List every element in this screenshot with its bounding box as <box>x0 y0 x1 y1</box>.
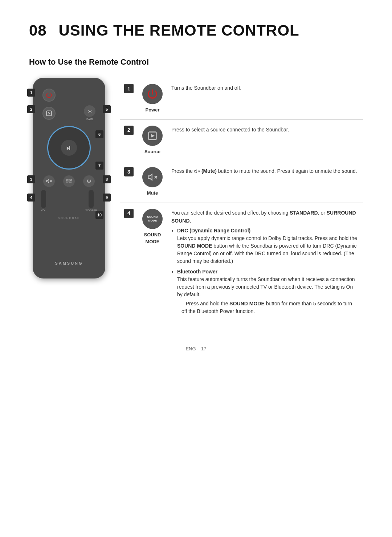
remote-badge-3: 3 <box>27 175 35 183</box>
source-label: Source <box>142 148 163 155</box>
row-desc-source: Press to select a source connected to th… <box>167 119 363 161</box>
row-icon-power: Power <box>138 78 167 120</box>
row-num-2: 2 <box>120 119 138 161</box>
remote-vol-sliders: VOL WOOFER <box>41 190 97 212</box>
remote-dpad-section: 6 7 ⏯ <box>38 123 100 172</box>
row-icon-source: Source <box>138 119 167 161</box>
table-row-soundmode: 4 SOUND MODE SOUND MODE You can select t… <box>120 203 363 324</box>
soundbar-label: SOUNDBAR <box>58 216 80 220</box>
remote-play-btn[interactable]: ⏯ <box>61 140 77 156</box>
remote-badge-7: 7 <box>95 162 103 170</box>
remote-badge-9: 9 <box>103 194 111 202</box>
soundmode-icon-circle: SOUND MODE <box>142 209 163 229</box>
reference-table-section: 1 Power Turns the Soundbar on and off. <box>120 78 363 324</box>
mute-icon-circle <box>142 167 163 187</box>
page-footer: ENG – 17 <box>29 346 363 351</box>
remote-badge-8: 8 <box>103 175 111 183</box>
remote-badge-5: 5 <box>103 105 111 113</box>
power-icon-circle <box>142 84 163 104</box>
vol-label: VOL <box>41 209 46 212</box>
svg-rect-0 <box>46 111 52 116</box>
remote-gear-btn[interactable]: ⚙ <box>83 175 95 187</box>
remote-brand: SAMSUNG <box>38 257 100 268</box>
bluetooth-sub-list: Press and hold the SOUND MODE button for… <box>177 300 359 315</box>
remote-sliders-section: 4 9 VOL WOOFER <box>38 188 100 213</box>
soundmode-label: SOUND MODE <box>142 231 163 245</box>
remote-mute-btn[interactable] <box>43 175 55 187</box>
power-label: Power <box>142 106 163 114</box>
remote-illustration: 1 2 5 <box>29 78 109 278</box>
source-icon-circle <box>142 126 163 146</box>
svg-marker-8 <box>195 170 197 173</box>
bullet-drc: DRC (Dynamic Range Control) Lets you app… <box>177 227 359 265</box>
page-title: 08 USING THE REMOTE CONTROL <box>29 22 363 39</box>
mute-label: Mute <box>142 190 163 197</box>
remote-soundmode-btn[interactable]: SOUND MODE <box>63 175 75 187</box>
row-icon-mute: Mute <box>138 161 167 203</box>
row-desc-soundmode: You can select the desired sound effect … <box>167 203 363 324</box>
remote-dpad[interactable]: ⏯ <box>47 126 91 170</box>
woofer-slider-group: WOOFER <box>86 190 97 212</box>
remote-bluetooth-btn[interactable]: ∗ PAIR <box>84 105 95 121</box>
row-num-3: 3 <box>120 161 138 203</box>
remote-badge-10: 10 <box>95 211 103 219</box>
vol-slider-track[interactable] <box>41 190 46 208</box>
table-row-source: 2 Source Press to select a source connec… <box>120 119 363 161</box>
row-desc-mute: Press the (Mute) button to mute the soun… <box>167 161 363 203</box>
reference-table: 1 Power Turns the Soundbar on and off. <box>120 78 363 324</box>
remote-power-btn[interactable] <box>42 89 56 102</box>
sub-item-soundmode: Press and hold the SOUND MODE button for… <box>181 300 359 315</box>
remote-source-btn[interactable] <box>42 107 56 120</box>
soundmode-bullets: DRC (Dynamic Range Control) Lets you app… <box>171 227 359 315</box>
svg-marker-1 <box>46 179 49 183</box>
remote-badge-4: 4 <box>27 194 35 202</box>
section-subtitle: How to Use the Remote Control <box>29 57 363 67</box>
row-num-1: 1 <box>120 78 138 120</box>
vol-slider-group: VOL <box>41 190 46 212</box>
row-desc-power: Turns the Soundbar on and off. <box>167 78 363 120</box>
woofer-slider-track[interactable] <box>89 190 94 208</box>
footer-text: ENG – 17 <box>185 346 206 351</box>
remote-body: 1 2 5 <box>33 78 105 278</box>
main-content: 1 2 5 <box>29 78 363 324</box>
table-row-power: 1 Power Turns the Soundbar on and off. <box>120 78 363 120</box>
remote-badge-2: 2 <box>27 105 35 113</box>
svg-marker-5 <box>148 174 152 180</box>
bullet-bluetooth: Bluetooth Power This feature automatical… <box>177 268 359 315</box>
row-icon-soundmode: SOUND MODE SOUND MODE <box>138 203 167 324</box>
remote-badge-1: 1 <box>27 89 35 97</box>
table-row-mute: 3 Mute Press the <box>120 161 363 203</box>
row-num-4: 4 <box>120 203 138 324</box>
remote-badge-6: 6 <box>95 130 103 138</box>
